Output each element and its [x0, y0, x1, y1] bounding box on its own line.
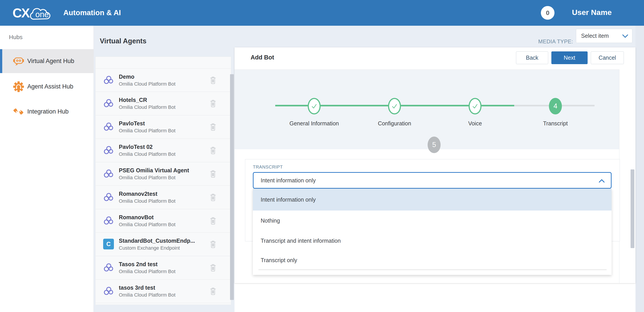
chevron-down-icon [622, 34, 628, 38]
bot-type: Omilia Cloud Platform Bot [119, 269, 176, 275]
delete-bot-icon[interactable] [209, 287, 217, 296]
bot-type: Omilia Cloud Platform Bot [119, 222, 176, 228]
step-4-circle: 4 [549, 98, 562, 114]
bot-row[interactable]: PavloTest 02 Omilia Cloud Platform Bot [96, 139, 231, 162]
bot-name: Hotels_CR [119, 97, 147, 103]
step-4-label: Transcript [517, 120, 594, 127]
notification-badge[interactable]: 0 [541, 6, 554, 20]
delete-bot-icon[interactable] [209, 240, 217, 249]
delete-bot-icon[interactable] [209, 76, 217, 85]
step-3-circle [468, 98, 482, 114]
bot-name: RomanovBot [119, 214, 154, 221]
omilia-cloud-icon [103, 168, 114, 179]
media-type-value: Select item [581, 33, 609, 39]
sidebar-item-virtual-agent-hub[interactable]: Virtual Agent Hub [0, 49, 94, 73]
bot-name: PavloTest [119, 120, 145, 127]
chevron-up-icon [599, 179, 604, 183]
bot-row[interactable]: C StandardBot_CustomEndp... Custom Excha… [96, 233, 231, 256]
bot-name: tasos 3rd test [119, 285, 155, 291]
step-5-circle: 5 [428, 137, 440, 153]
app-title: Automation & AI [63, 8, 121, 17]
page-title: Virtual Agents [100, 37, 146, 45]
panel-scrollbar-thumb[interactable] [630, 169, 634, 248]
transcript-dropdown: Intent information only Nothing Transcri… [253, 189, 612, 275]
delete-bot-icon[interactable] [209, 169, 217, 178]
bot-type: Omilia Cloud Platform Bot [119, 81, 176, 87]
cxone-logo: CX one [12, 4, 54, 21]
sidebar-item-label: Virtual Agent Hub [27, 58, 74, 65]
page-scrollbar-track[interactable] [636, 26, 644, 312]
stepper: 4 General Information Configuration Voic… [234, 69, 619, 149]
sidebar-item-agent-assist-hub[interactable]: Agent Assist Hub [0, 75, 94, 99]
sidebar-item-label: Integration Hub [27, 108, 69, 115]
bot-row[interactable]: PSEG Omilia Virtual Agent Omilia Cloud P… [96, 162, 231, 186]
transcript-select[interactable]: Intent information only [253, 172, 612, 189]
bot-type: Omilia Cloud Platform Bot [119, 175, 176, 180]
sidebar: Hubs Virtual Agent Hub [0, 26, 94, 312]
check-icon [391, 102, 398, 110]
dropdown-option[interactable]: Intent information only [253, 189, 612, 210]
omilia-cloud-icon [103, 215, 114, 226]
content-area-below-panel [234, 283, 636, 312]
bot-type: Custom Exchange Endpoint [119, 245, 180, 251]
bot-list: Demo Omilia Cloud Platform Bot Hotels_CR… [95, 57, 231, 305]
omilia-cloud-icon [103, 98, 114, 109]
bot-name: Demo [119, 74, 134, 80]
bot-type: Omilia Cloud Platform Bot [119, 151, 176, 157]
sidebar-item-label: Agent Assist Hub [27, 83, 74, 90]
app-window: CX one Automation & AI 0 User Name Hubs [0, 0, 644, 312]
bot-name: Tasos 2nd test [119, 261, 158, 268]
bot-name: PSEG Omilia Virtual Agent [119, 167, 189, 174]
step-1-label: General Information [276, 120, 352, 127]
cloud-one-logo-icon: one [29, 4, 54, 21]
transcript-field-label: TRANSCRIPT [253, 164, 283, 170]
omilia-cloud-icon [103, 262, 114, 273]
top-bar: CX one Automation & AI 0 User Name [0, 0, 644, 26]
delete-bot-icon[interactable] [209, 123, 217, 132]
delete-bot-icon[interactable] [209, 146, 217, 155]
wizard-title: Add Bot [250, 54, 274, 61]
omilia-cloud-icon [103, 192, 114, 203]
bot-row[interactable]: Demo Omilia Cloud Platform Bot [96, 68, 231, 92]
delete-bot-icon[interactable] [209, 216, 217, 225]
bot-name: StandardBot_CustomEndp... [119, 238, 195, 244]
bot-type: Omilia Cloud Platform Bot [119, 292, 176, 298]
dropdown-option[interactable]: Nothing [253, 210, 612, 231]
bot-row[interactable]: RomanovBot Omilia Cloud Platform Bot [96, 209, 231, 233]
check-icon [471, 102, 479, 110]
bot-row[interactable]: PavloTest Omilia Cloud Platform Bot [96, 115, 231, 139]
user-name[interactable]: User Name [572, 8, 612, 17]
omilia-cloud-icon [103, 121, 114, 133]
delete-bot-icon[interactable] [209, 263, 217, 272]
bot-row[interactable]: Romanov2test Omilia Cloud Platform Bot [96, 186, 231, 209]
bot-name: Romanov2test [119, 191, 157, 197]
omilia-cloud-icon [103, 145, 114, 156]
back-button[interactable]: Back [516, 51, 548, 64]
cancel-button[interactable]: Cancel [591, 51, 624, 64]
plugs-icon [13, 106, 24, 118]
bot-row[interactable]: Tasos 2nd test Omilia Cloud Platform Bot [96, 256, 231, 280]
robot-chat-icon [13, 55, 24, 67]
custom-endpoint-c-icon: C [103, 239, 114, 250]
media-type-select[interactable]: Select item [576, 29, 632, 43]
delete-bot-icon[interactable] [209, 193, 217, 202]
step-2-label: Configuration [356, 120, 432, 127]
step-3-label: Voice [437, 120, 513, 127]
bot-type: Omilia Cloud Platform Bot [119, 128, 176, 134]
dropdown-option-clipped[interactable] [253, 270, 612, 275]
next-button[interactable]: Next [551, 51, 588, 64]
sidebar-item-integration-hub[interactable]: Integration Hub [0, 100, 94, 124]
transcript-select-value: Intent information only [261, 177, 316, 184]
bot-row[interactable]: tasos 3rd test Omilia Cloud Platform Bot [96, 280, 231, 303]
bot-list-scrollbar-thumb[interactable] [230, 74, 234, 300]
delete-bot-icon[interactable] [209, 99, 217, 108]
bot-name: PavloTest 02 [119, 144, 152, 150]
bot-type: Omilia Cloud Platform Bot [119, 104, 176, 110]
dropdown-option[interactable]: Transcript only [253, 251, 612, 270]
check-icon [310, 102, 318, 110]
bot-type: Omilia Cloud Platform Bot [119, 198, 176, 204]
omilia-cloud-icon [103, 75, 114, 86]
add-bot-panel: Add Bot Back Next Cancel 4 General Infor… [234, 47, 636, 283]
dropdown-option[interactable]: Transcript and intent information [253, 231, 612, 251]
bot-row[interactable]: Hotels_CR Omilia Cloud Platform Bot [96, 92, 231, 115]
